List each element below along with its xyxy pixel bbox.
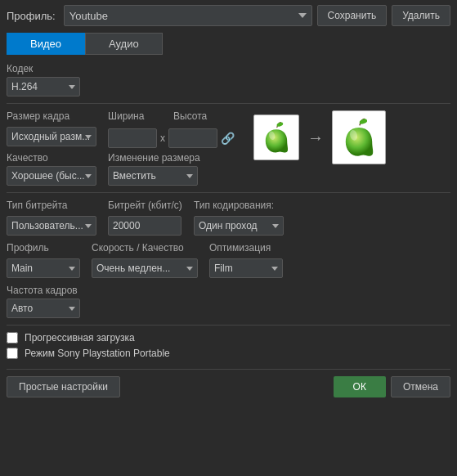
size-row: x 🔗 [108, 128, 234, 148]
bitrate-input[interactable] [108, 216, 181, 236]
codec-label: Кодек [7, 63, 450, 74]
cancel-button[interactable]: Отмена [391, 376, 450, 397]
arrow-icon: → [307, 128, 324, 147]
progressive-label[interactable]: Прогрессивная загрузка [25, 332, 135, 344]
middle-col: ШиринаВысота x 🔗 Изменение размера Вмест… [108, 110, 234, 186]
preview-area: → [253, 110, 386, 164]
codec-select[interactable]: H.264 [7, 77, 80, 97]
frame-size-select[interactable]: Исходный разм... [7, 127, 96, 146]
quality-select[interactable]: Хорошее (быс... [7, 166, 96, 186]
bitrate-row: Тип битрейта Пользователь... Битрейт (кб… [7, 200, 450, 236]
sony-checkbox[interactable] [7, 348, 18, 359]
left-col: Размер кадра Исходный разм... Качество Х… [7, 110, 96, 186]
divider-1 [7, 103, 450, 104]
profile-label: Профиль: [7, 10, 56, 22]
resize-label: Изменение размера [108, 152, 234, 164]
bitrate-type-col: Тип битрейта Пользователь... [7, 200, 96, 236]
ok-button[interactable]: ОК [334, 376, 386, 397]
apple-before [253, 115, 299, 160]
bitrate-type-select[interactable]: Пользователь... [7, 216, 96, 236]
divider-2 [7, 192, 450, 193]
delete-button[interactable]: Удалить [392, 5, 450, 26]
quality-label: Качество [7, 152, 96, 164]
encoding-type-col: Тип кодирования: Один проход [194, 200, 284, 236]
speed-quality-select[interactable]: Очень медлен... [92, 258, 198, 278]
speed-quality-label: Скорость / Качество [92, 242, 198, 254]
bottom-bar: Простые настройки ОК Отмена [7, 369, 450, 397]
fps-select[interactable]: Авто [7, 299, 80, 318]
fps-section: Частота кадров Авто [7, 285, 450, 318]
optimization-col: Оптимизация Film [209, 242, 283, 278]
tab-video[interactable]: Видео [7, 33, 85, 55]
bitrate-label: Битрейт (кбит/с) [108, 200, 182, 211]
width-input[interactable] [108, 128, 157, 148]
optimization-select[interactable]: Film [209, 258, 283, 278]
size-separator: x [160, 132, 165, 144]
save-button[interactable]: Сохранить [317, 5, 388, 26]
height-input[interactable] [168, 128, 217, 148]
frame-size-row: Размер кадра Исходный разм... Качество Х… [7, 110, 450, 186]
sony-label[interactable]: Режим Sony Playstation Portable [25, 348, 170, 359]
apple-after [332, 110, 386, 164]
encoding-type-select[interactable]: Один проход [194, 216, 284, 236]
bottom-right: ОК Отмена [334, 376, 450, 397]
fps-label: Частота кадров [7, 285, 450, 296]
top-bar: Профиль: Youtube Сохранить Удалить [7, 5, 450, 26]
progressive-checkbox[interactable] [7, 332, 18, 344]
codec-section: Кодек H.264 [7, 63, 450, 97]
profile-select[interactable]: Youtube [64, 5, 312, 26]
tab-audio[interactable]: Аудио [85, 33, 163, 55]
tabs: Видео Аудио [7, 33, 450, 55]
frame-size-label: Размер кадра [7, 110, 96, 122]
profile-row: Профиль Main Скорость / Качество Очень м… [7, 242, 450, 278]
profile-field-label: Профиль [7, 242, 80, 254]
speed-quality-col: Скорость / Качество Очень медлен... [92, 242, 198, 278]
link-icon[interactable]: 🔗 [221, 132, 234, 145]
simple-settings-button[interactable]: Простые настройки [7, 376, 120, 397]
content-area: Кодек H.264 Размер кадра Исходный разм..… [7, 63, 450, 359]
optimization-label: Оптимизация [209, 242, 283, 254]
bitrate-type-label: Тип битрейта [7, 200, 96, 211]
sony-row: Режим Sony Playstation Portable [7, 348, 450, 359]
main-container: Профиль: Youtube Сохранить Удалить Видео… [0, 0, 457, 404]
divider-3 [7, 325, 450, 326]
profile-col: Профиль Main [7, 242, 80, 278]
resize-select[interactable]: Вместить [108, 166, 198, 186]
profile-select-field[interactable]: Main [7, 258, 80, 278]
progressive-row: Прогрессивная загрузка [7, 332, 450, 344]
encoding-type-label: Тип кодирования: [194, 200, 284, 211]
bitrate-col: Битрейт (кбит/с) [108, 200, 182, 236]
